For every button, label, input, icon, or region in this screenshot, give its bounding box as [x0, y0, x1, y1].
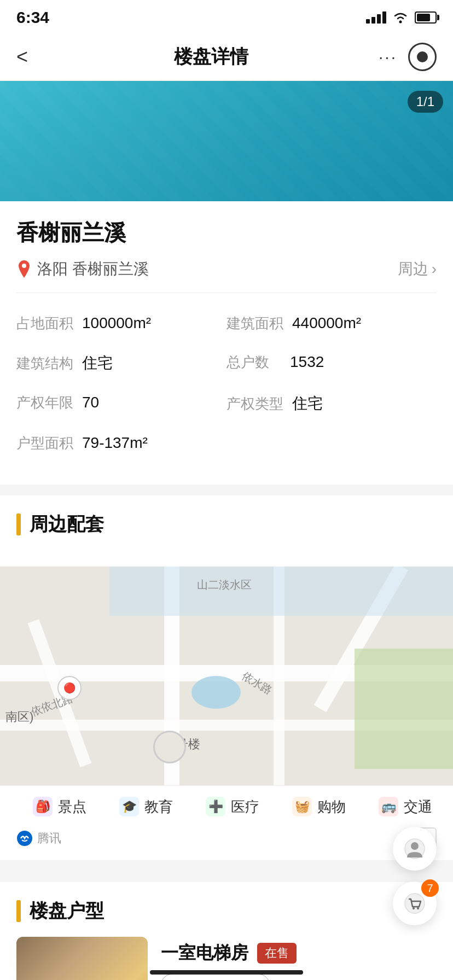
tencent-icon: [16, 830, 33, 847]
poi-tab-transit[interactable]: 🚌 交通: [362, 797, 449, 816]
unit-title-row: 一室电梯房 在售: [161, 941, 437, 965]
map-container[interactable]: 7号楼 南区) 山二淡水区 依依北路 依水路 🔴: [0, 567, 453, 785]
svg-point-7: [417, 907, 419, 909]
hero-image: 1/1: [0, 81, 453, 201]
spec-land-area: 占地面积 100000m²: [16, 304, 226, 343]
unit-types-section: 楼盘户型 一室电梯房 在售 户型面积 40m² 经典设计，布局考究，巧妙实用，精…: [0, 882, 453, 980]
float-cart-button[interactable]: 7: [393, 882, 437, 925]
cart-badge: 7: [421, 879, 439, 897]
svg-point-6: [413, 907, 415, 909]
property-info: 香榭丽兰溪 洛阳 香榭丽兰溪 周边 › 占地面积 100000m² 建筑面积 4…: [0, 201, 453, 485]
nearby-link[interactable]: 周边 ›: [398, 259, 437, 279]
property-name: 香榭丽兰溪: [16, 218, 437, 248]
svg-point-1: [22, 264, 26, 268]
status-time: 6:34: [16, 8, 49, 27]
unit-area-badge: 户型面积 40m²: [161, 974, 270, 980]
page-title: 楼盘详情: [174, 44, 248, 69]
wifi-icon: [393, 11, 408, 24]
poi-tab-medical[interactable]: ➕ 医疗: [189, 797, 276, 816]
status-icons: [366, 11, 437, 24]
address-text: 洛阳 香榭丽兰溪: [37, 259, 149, 279]
spec-build-area: 建筑面积 440000m²: [226, 304, 437, 343]
spec-floor-area: 户型面积 79-137m²: [16, 424, 226, 463]
map-roundabout: [153, 731, 186, 763]
surroundings-header: 周边配套: [16, 512, 437, 537]
location-pin-icon: [16, 259, 32, 279]
section-bar-icon: [16, 514, 21, 535]
svg-point-0: [399, 21, 402, 24]
spec-tenure: 产权年限 70: [16, 383, 226, 424]
medical-icon: ➕: [206, 797, 225, 816]
section-divider-2: [0, 860, 453, 871]
nav-actions: ···: [379, 43, 437, 71]
shopping-icon: 🧺: [292, 797, 312, 816]
float-service-button[interactable]: [393, 827, 437, 871]
signal-icon: [366, 11, 386, 24]
cart-icon: [404, 892, 426, 914]
section-divider-1: [0, 485, 453, 495]
surroundings-section: 周边配套: [0, 495, 453, 567]
property-address-row: 洛阳 香榭丽兰溪 周边 ›: [16, 259, 437, 293]
svg-point-5: [405, 894, 425, 913]
map-label-top: 山二淡水区: [197, 578, 252, 592]
map-pin: 🔴: [57, 676, 82, 700]
home-indicator: [150, 970, 303, 975]
nav-bar: < 楼盘详情 ···: [0, 33, 453, 81]
service-icon: [404, 838, 426, 860]
more-button[interactable]: ···: [379, 48, 397, 66]
battery-icon: [415, 11, 437, 24]
poi-tab-education[interactable]: 🎓 教育: [103, 797, 189, 816]
specs-table: 占地面积 100000m² 建筑面积 440000m² 建筑结构 住宅 总户数 …: [16, 293, 437, 474]
surroundings-title: 周边配套: [30, 512, 104, 537]
map-background: 7号楼 南区) 山二淡水区 依依北路 依水路 🔴: [0, 567, 453, 785]
svg-point-4: [411, 842, 419, 850]
back-button[interactable]: <: [16, 45, 44, 68]
scenery-icon: 🎒: [33, 797, 53, 816]
spec-structure: 建筑结构 住宅: [16, 343, 226, 383]
transit-icon: 🚌: [379, 797, 398, 816]
unit-types-header: 楼盘户型: [16, 899, 437, 924]
poi-tabs: 🎒 景点 🎓 教育 ➕ 医疗 🧺 购物 🚌 交通: [0, 785, 453, 827]
scan-icon: [417, 51, 428, 62]
unit-name: 一室电梯房: [161, 941, 248, 965]
unit-types-title: 楼盘户型: [30, 899, 104, 924]
map-label-south: 南区): [5, 709, 33, 725]
unit-section-bar-icon: [16, 900, 21, 922]
status-bar: 6:34: [0, 0, 453, 33]
scan-button[interactable]: [408, 43, 437, 71]
image-counter: 1/1: [408, 91, 443, 113]
unit-image: [16, 937, 148, 980]
tencent-logo: 腾讯: [16, 830, 61, 847]
education-icon: 🎓: [119, 797, 139, 816]
spec-units: 总户数 1532: [226, 343, 437, 383]
address-left: 洛阳 香榭丽兰溪: [16, 259, 149, 279]
map-footer: 腾讯 ⬆: [0, 827, 453, 860]
poi-tab-shopping[interactable]: 🧺 购物: [276, 797, 362, 816]
spec-tenure-type: 产权类型 住宅: [226, 383, 437, 424]
unit-status-badge: 在售: [257, 943, 297, 964]
poi-tab-scenery[interactable]: 🎒 景点: [16, 797, 103, 816]
